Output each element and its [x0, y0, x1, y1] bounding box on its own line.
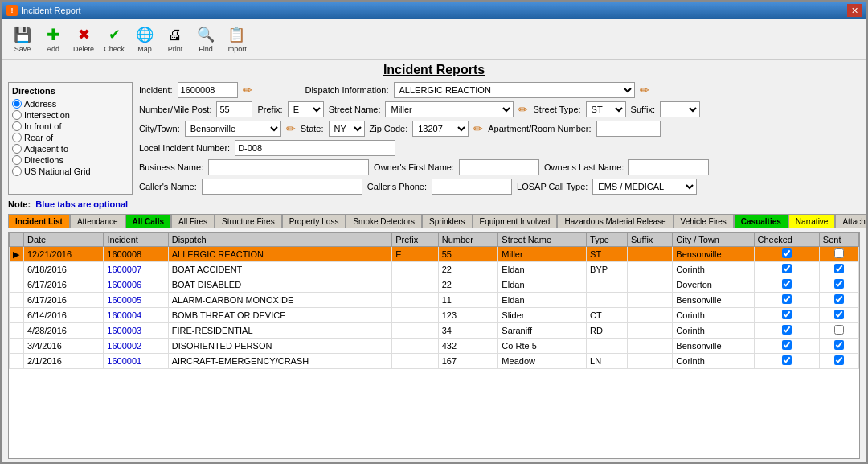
cell-checked[interactable]: [754, 308, 819, 323]
checked-checkbox[interactable]: [782, 340, 792, 350]
checked-checkbox[interactable]: [782, 310, 792, 319]
checked-checkbox[interactable]: [782, 325, 792, 335]
check-button[interactable]: ✔ Check: [100, 23, 129, 55]
cell-sent[interactable]: [819, 308, 858, 323]
city-town-select[interactable]: Bensonville: [185, 121, 281, 137]
cell-checked[interactable]: [754, 354, 819, 369]
table-row[interactable]: 6/17/20161600005ALARM-CARBON MONOXIDE11E…: [10, 293, 859, 308]
import-button[interactable]: 📋 Import: [222, 23, 251, 55]
suffix-select[interactable]: [660, 101, 700, 117]
tab-hazardous[interactable]: Hazardous Material Release: [557, 214, 673, 228]
local-incident-input[interactable]: [235, 140, 395, 156]
radio-directions-input[interactable]: [12, 155, 22, 165]
print-button[interactable]: 🖨 Print: [161, 23, 190, 55]
owner-last-input[interactable]: [628, 159, 709, 175]
tab-narrative[interactable]: Narrative: [788, 214, 836, 228]
col-suffix[interactable]: Suffix: [628, 233, 673, 247]
radio-directions[interactable]: Directions: [12, 155, 129, 165]
sent-checkbox[interactable]: [834, 325, 844, 335]
checked-checkbox[interactable]: [782, 248, 792, 258]
dispatch-select[interactable]: ALLERGIC REACTION: [394, 82, 635, 98]
col-date[interactable]: Date: [24, 233, 104, 247]
col-dispatch[interactable]: Dispatch: [168, 233, 391, 247]
street-name-edit-icon[interactable]: ✏: [518, 103, 528, 116]
sent-checkbox[interactable]: [834, 264, 844, 273]
cell-sent[interactable]: [819, 277, 858, 293]
table-row[interactable]: 6/18/20161600007BOAT ACCIDENT22EldanBYPC…: [10, 262, 859, 277]
radio-address-input[interactable]: [12, 99, 22, 109]
apartment-input[interactable]: [596, 121, 661, 137]
cell-sent[interactable]: [819, 262, 858, 277]
tab-attachments[interactable]: Attachments: [835, 214, 866, 228]
sent-checkbox[interactable]: [834, 248, 844, 258]
checked-checkbox[interactable]: [782, 264, 792, 273]
number-input[interactable]: [216, 101, 252, 117]
table-row[interactable]: 6/14/20161600004BOMB THREAT OR DEVICE123…: [10, 308, 859, 323]
save-button[interactable]: 💾 Save: [8, 23, 37, 55]
radio-adjacent[interactable]: Adjacent to: [12, 144, 129, 154]
checked-checkbox[interactable]: [782, 294, 792, 304]
state-select[interactable]: NY: [329, 121, 365, 137]
tab-attendance[interactable]: Attendance: [70, 214, 125, 228]
owner-first-input[interactable]: [459, 159, 539, 175]
street-type-select[interactable]: ST: [586, 101, 626, 117]
cell-checked[interactable]: [754, 277, 819, 293]
tab-casualties[interactable]: Casualties: [734, 214, 788, 228]
sent-checkbox[interactable]: [834, 355, 844, 365]
tab-vehicle-fires[interactable]: Vehicle Fires: [674, 214, 734, 228]
business-name-input[interactable]: [208, 159, 369, 175]
col-street-name[interactable]: Street Name: [498, 233, 587, 247]
tab-smoke-detectors[interactable]: Smoke Detectors: [346, 214, 422, 228]
incident-edit-icon[interactable]: ✏: [243, 84, 252, 96]
cell-checked[interactable]: [754, 323, 819, 339]
prefix-select[interactable]: E W N S: [288, 101, 324, 117]
zip-select[interactable]: 13207: [412, 121, 469, 137]
radio-adjacent-input[interactable]: [12, 144, 22, 154]
cell-checked[interactable]: [754, 247, 819, 262]
cell-checked[interactable]: [754, 293, 819, 308]
add-button[interactable]: ✚ Add: [39, 23, 68, 55]
tab-sprinklers[interactable]: Sprinklers: [422, 214, 472, 228]
street-name-select[interactable]: Miller: [385, 101, 514, 117]
find-button[interactable]: 🔍 Find: [191, 23, 220, 55]
cell-sent[interactable]: [819, 247, 858, 262]
col-city-town[interactable]: City / Town: [673, 233, 754, 247]
table-row[interactable]: 2/1/20161600001AIRCRAFT-EMERGENCY/CRASH1…: [10, 354, 859, 369]
col-prefix[interactable]: Prefix: [392, 233, 439, 247]
caller-name-input[interactable]: [202, 179, 362, 195]
cell-sent[interactable]: [819, 354, 858, 369]
city-town-edit-icon[interactable]: ✏: [286, 122, 296, 135]
zip-edit-icon[interactable]: ✏: [473, 122, 483, 135]
radio-us-national-grid-input[interactable]: [12, 166, 22, 176]
radio-us-national-grid[interactable]: US National Grid: [12, 166, 129, 176]
dispatch-edit-icon[interactable]: ✏: [640, 84, 649, 96]
radio-intersection-input[interactable]: [12, 110, 22, 120]
tab-equipment-involved[interactable]: Equipment Involved: [473, 214, 558, 228]
col-checked[interactable]: Checked: [754, 233, 819, 247]
map-button[interactable]: 🌐 Map: [130, 23, 159, 55]
incident-input[interactable]: [178, 82, 238, 98]
sent-checkbox[interactable]: [834, 310, 844, 319]
cell-checked[interactable]: [754, 339, 819, 354]
sent-checkbox[interactable]: [834, 279, 844, 289]
table-row[interactable]: 4/28/20161600003FIRE-RESIDENTIAL34Sarani…: [10, 323, 859, 339]
radio-intersection[interactable]: Intersection: [12, 110, 129, 120]
col-sent[interactable]: Sent: [819, 233, 858, 247]
close-button[interactable]: ✕: [847, 4, 862, 17]
delete-button[interactable]: ✖ Delete: [69, 23, 98, 55]
caller-phone-input[interactable]: [432, 179, 512, 195]
sent-checkbox[interactable]: [834, 294, 844, 304]
checked-checkbox[interactable]: [782, 279, 792, 289]
radio-in-front[interactable]: In front of: [12, 121, 129, 131]
table-row[interactable]: 3/4/20161600002DISORIENTED PERSON432Co R…: [10, 339, 859, 354]
cell-checked[interactable]: [754, 262, 819, 277]
tab-all-calls[interactable]: All Calls: [125, 214, 171, 228]
radio-in-front-input[interactable]: [12, 121, 22, 131]
radio-rear-input[interactable]: [12, 133, 22, 142]
col-type[interactable]: Type: [587, 233, 628, 247]
radio-address[interactable]: Address: [12, 99, 129, 109]
tab-structure-fires[interactable]: Structure Fires: [215, 214, 282, 228]
sent-checkbox[interactable]: [834, 340, 844, 350]
radio-rear[interactable]: Rear of: [12, 133, 129, 142]
tab-incident-list[interactable]: Incident List: [8, 214, 70, 228]
